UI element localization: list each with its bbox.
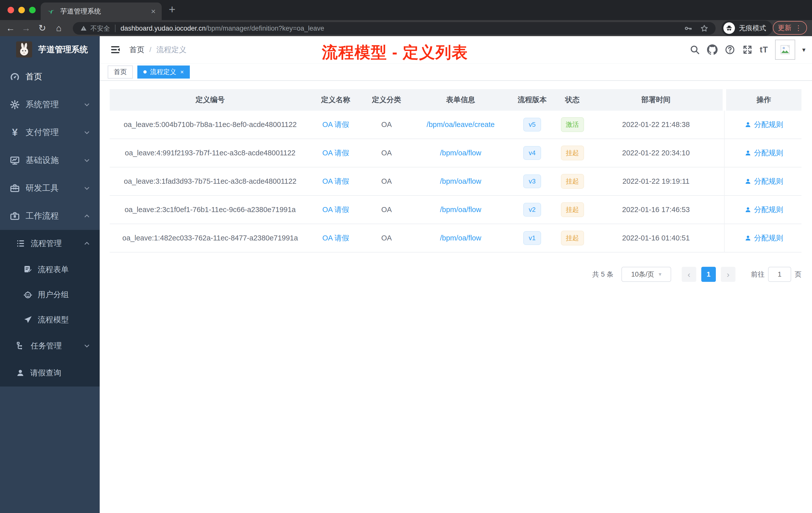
cell-definition-name-link[interactable]: OA 请假 — [311, 168, 361, 195]
tag-home[interactable]: 首页 — [108, 65, 133, 79]
robot-face-icon — [23, 290, 33, 299]
tag-close-icon[interactable]: × — [180, 68, 184, 76]
version-badge[interactable]: v2 — [523, 203, 541, 217]
security-label[interactable]: 不安全 — [90, 24, 110, 33]
sidebar-item-task-management[interactable]: 任务管理 — [0, 332, 100, 359]
browser-menu-kebab-icon[interactable]: ⋮ — [795, 24, 802, 32]
cell-deploy-time: 2022-01-16 17:46:53 — [589, 196, 723, 223]
search-icon[interactable] — [690, 44, 700, 55]
table-row: oa_leave:5:004b710b-7b8a-11ec-8ef0-acde4… — [110, 111, 802, 139]
tab-close-icon[interactable]: × — [151, 7, 156, 15]
home-button[interactable]: ⌂ — [52, 20, 66, 36]
column-header: 状态 — [555, 89, 589, 111]
sidebar-item-leave-query[interactable]: 请假查询 — [0, 359, 100, 387]
goto-page-input[interactable]: 1 — [768, 267, 791, 282]
cell-deploy-time: 2022-01-22 21:48:38 — [589, 111, 723, 139]
sidebar-toggle-hamburger-icon[interactable] — [110, 44, 121, 55]
avatar-caret-down-icon[interactable]: ▾ — [802, 46, 806, 54]
version-badge[interactable]: v4 — [523, 146, 541, 160]
sidebar-item-label: 首页 — [26, 71, 42, 82]
sidebar-item-label: 流程表单 — [38, 264, 69, 275]
app-logo-rabbit-image — [16, 41, 32, 58]
next-page-button[interactable]: › — [721, 267, 735, 282]
cell-definition-name-link[interactable]: OA 请假 — [311, 224, 361, 252]
version-badge[interactable]: v3 — [523, 175, 541, 188]
column-header: 定义编号 — [110, 89, 311, 111]
help-icon[interactable] — [725, 44, 735, 55]
sidebar-submenu-workflow: 流程管理 流程表单 — [0, 230, 100, 387]
url-divider — [115, 25, 116, 32]
sidebar-item-label: 基础设施 — [26, 155, 59, 166]
goto-label: 前往 — [751, 270, 764, 279]
reload-button[interactable]: ↻ — [35, 20, 49, 36]
zoom-window-button[interactable] — [29, 7, 36, 13]
avatar[interactable] — [775, 40, 795, 60]
cell-form-link[interactable]: /bpm/oa/flow — [412, 139, 509, 167]
cell-category: OA — [361, 168, 412, 195]
column-header: 定义分类 — [361, 89, 412, 111]
sidebar-item-process-model[interactable]: 流程模型 — [0, 307, 100, 332]
new-tab-button[interactable]: + — [169, 3, 175, 15]
breadcrumb: 首页 / 流程定义 — [129, 36, 186, 63]
back-button[interactable]: ← — [3, 20, 18, 36]
version-badge[interactable]: v1 — [523, 231, 541, 245]
github-icon[interactable] — [707, 44, 718, 55]
prev-page-button[interactable]: ‹ — [682, 267, 696, 282]
chevron-up-icon — [83, 240, 91, 247]
sidebar-item-process-form[interactable]: 流程表单 — [0, 257, 100, 282]
tag-label: 流程定义 — [150, 67, 176, 76]
assign-rule-button[interactable]: 分配规则 — [745, 205, 783, 215]
cell-form-link[interactable]: /bpm/oa/flow — [412, 168, 509, 195]
close-window-button[interactable] — [7, 7, 14, 13]
fullscreen-icon[interactable] — [742, 44, 753, 55]
cell-category: OA — [361, 224, 412, 252]
cell-form-link[interactable]: /bpm/oa/leave/create — [412, 111, 509, 139]
minimize-window-button[interactable] — [18, 7, 25, 13]
assign-rule-button[interactable]: 分配规则 — [745, 120, 783, 130]
forward-button[interactable]: → — [19, 20, 33, 36]
sidebar-item-workflow[interactable]: 工作流程 — [0, 202, 100, 230]
form-edit-icon — [23, 265, 33, 274]
tag-process-definition[interactable]: 流程定义 × — [137, 65, 190, 79]
cell-definition-name-link[interactable]: OA 请假 — [311, 139, 361, 167]
bookmark-star-icon[interactable] — [700, 24, 708, 33]
sidebar-item-process-management[interactable]: 流程管理 — [0, 230, 100, 257]
address-bar[interactable]: 不安全 dashboard.yudao.iocoder.cn/bpm/manag… — [73, 22, 716, 35]
cell-form-link[interactable]: /bpm/oa/flow — [412, 196, 509, 223]
page-size-select[interactable]: 10条/页 ▾ — [621, 267, 671, 282]
sidebar-item-label: 任务管理 — [31, 340, 62, 351]
sidebar-item-payment[interactable]: ¥ 支付管理 — [0, 118, 100, 146]
sidebar-item-home[interactable]: 首页 — [0, 63, 100, 91]
cell-definition-id: oa_leave:2:3c1f0ef1-76b1-11ec-9c66-a2380… — [110, 196, 311, 223]
sidebar-item-user-group[interactable]: 用户分组 — [0, 282, 100, 307]
broken-image-icon — [779, 44, 791, 56]
chevron-down-icon — [83, 129, 91, 136]
favicon-seedling-icon — [47, 7, 55, 16]
current-page-button[interactable]: 1 — [701, 267, 716, 282]
password-key-icon[interactable] — [684, 24, 693, 33]
sidebar-item-dev-tools[interactable]: 研发工具 — [0, 174, 100, 202]
sidebar-logo[interactable]: 芋道管理系统 — [0, 36, 100, 63]
font-size-icon[interactable]: tT — [760, 45, 768, 55]
cell-definition-name-link[interactable]: OA 请假 — [311, 196, 361, 223]
cell-deploy-time: 2022-01-22 20:34:10 — [589, 139, 723, 167]
table-header: 定义编号 定义名称 定义分类 表单信息 流程版本 状态 部署时间 操作 — [110, 89, 802, 111]
sidebar-item-system[interactable]: 系统管理 — [0, 91, 100, 118]
cell-definition-name-link[interactable]: OA 请假 — [311, 111, 361, 139]
version-badge[interactable]: v5 — [523, 118, 541, 131]
incognito-icon — [723, 22, 735, 34]
chevron-up-icon — [83, 212, 91, 220]
sidebar-item-infrastructure[interactable]: 基础设施 — [0, 146, 100, 174]
assign-rule-button[interactable]: 分配规则 — [745, 176, 783, 186]
active-dot — [143, 70, 147, 73]
browser-tab[interactable]: 芋道管理系统 × — [41, 2, 162, 20]
cell-definition-id: oa_leave:5:004b710b-7b8a-11ec-8ef0-acde4… — [110, 111, 311, 139]
breadcrumb-home[interactable]: 首页 — [129, 45, 144, 55]
update-label[interactable]: 更新 — [778, 23, 791, 32]
assign-rule-button[interactable]: 分配规则 — [745, 148, 783, 158]
cell-form-link[interactable]: /bpm/oa/flow — [412, 224, 509, 252]
total-count: 共 5 条 — [592, 270, 613, 279]
page-size-value: 10条/页 — [631, 270, 654, 279]
assign-rule-button[interactable]: 分配规则 — [745, 233, 783, 243]
browser-update-button[interactable]: 更新 ⋮ — [773, 21, 807, 35]
